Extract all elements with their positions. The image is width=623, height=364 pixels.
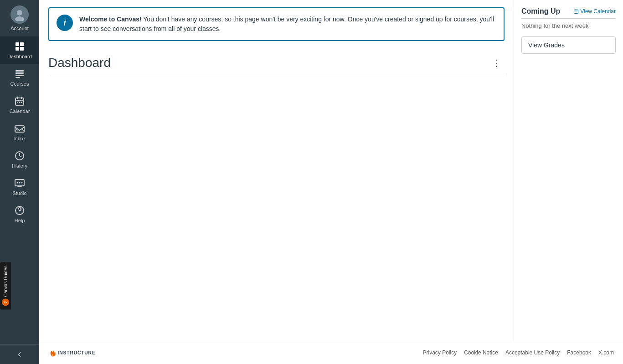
sidebar-item-studio[interactable]: Studio bbox=[0, 173, 39, 200]
view-calendar-label: View Calendar bbox=[580, 8, 616, 15]
svg-rect-5 bbox=[20, 47, 24, 51]
svg-rect-6 bbox=[15, 70, 24, 72]
svg-rect-16 bbox=[21, 102, 22, 103]
welcome-message: You don't have any courses, so this page… bbox=[79, 15, 494, 32]
svg-rect-4 bbox=[15, 47, 19, 51]
welcome-bold: Welcome to Canvas! bbox=[79, 15, 142, 23]
sidebar-item-help[interactable]: Help bbox=[0, 200, 39, 228]
inbox-icon bbox=[14, 123, 25, 134]
coming-up-header: Coming Up View Calendar bbox=[521, 7, 616, 15]
coming-up-title: Coming Up bbox=[521, 7, 560, 15]
acceptable-use-link[interactable]: Acceptable Use Policy bbox=[505, 349, 560, 356]
privacy-policy-link[interactable]: Privacy Policy bbox=[423, 349, 457, 356]
sidebar-item-inbox[interactable]: Inbox bbox=[0, 118, 39, 146]
page-title: Dashboard bbox=[48, 56, 111, 70]
content-area: i Welcome to Canvas! You don't have any … bbox=[39, 0, 623, 341]
view-grades-button[interactable]: View Grades bbox=[521, 36, 616, 54]
canvas-guides-label: Canvas Guides bbox=[3, 266, 8, 297]
sidebar-item-help-label: Help bbox=[15, 218, 25, 223]
canvas-guides-tab[interactable]: ? Canvas Guides bbox=[0, 262, 11, 309]
svg-rect-17 bbox=[15, 126, 24, 132]
svg-rect-8 bbox=[15, 75, 24, 76]
sidebar-collapse-button[interactable] bbox=[0, 344, 39, 364]
sidebar-item-dashboard-label: Dashboard bbox=[7, 54, 32, 59]
instructure-logo-svg: INSTRUCTURE bbox=[48, 347, 103, 359]
dashboard-icon bbox=[14, 41, 25, 52]
history-icon bbox=[14, 150, 25, 161]
main-content: i Welcome to Canvas! You don't have any … bbox=[39, 0, 623, 364]
courses-icon bbox=[14, 68, 25, 79]
sidebar-item-inbox-label: Inbox bbox=[14, 136, 26, 141]
info-icon: i bbox=[57, 15, 73, 31]
sidebar-item-history[interactable]: History bbox=[0, 146, 39, 173]
svg-rect-3 bbox=[20, 42, 24, 46]
svg-point-25 bbox=[19, 182, 21, 184]
canvas-guides-icon: ? bbox=[2, 298, 9, 306]
studio-icon bbox=[14, 178, 25, 189]
svg-text:INSTRUCTURE: INSTRUCTURE bbox=[58, 350, 96, 355]
dashboard-header: Dashboard ⋮ bbox=[48, 48, 505, 74]
welcome-text: Welcome to Canvas! You don't have any co… bbox=[79, 15, 496, 34]
svg-point-28 bbox=[20, 213, 20, 213]
footer: INSTRUCTURE Privacy Policy Cookie Notice… bbox=[39, 341, 623, 364]
sidebar-item-dashboard[interactable]: Dashboard bbox=[0, 36, 39, 64]
coming-up-divider bbox=[521, 18, 616, 19]
svg-rect-15 bbox=[19, 102, 21, 103]
dashboard-options-button[interactable]: ⋮ bbox=[488, 56, 505, 70]
right-sidebar: Coming Up View Calendar Nothing for the … bbox=[514, 0, 623, 341]
facebook-link[interactable]: Facebook bbox=[567, 349, 591, 356]
svg-point-0 bbox=[17, 10, 22, 15]
calendar-small-icon bbox=[573, 9, 579, 14]
footer-links: Privacy Policy Cookie Notice Acceptable … bbox=[423, 349, 614, 356]
sidebar: Account Dashboard bbox=[0, 0, 39, 364]
avatar bbox=[10, 5, 29, 24]
svg-rect-7 bbox=[15, 72, 24, 74]
sidebar-item-courses-label: Courses bbox=[10, 81, 29, 87]
svg-point-26 bbox=[21, 182, 23, 184]
sidebar-item-calendar-label: Calendar bbox=[10, 108, 30, 114]
sidebar-item-courses[interactable]: Courses bbox=[0, 64, 39, 91]
svg-point-1 bbox=[15, 16, 24, 21]
cookie-notice-link[interactable]: Cookie Notice bbox=[464, 349, 498, 356]
svg-point-24 bbox=[17, 182, 18, 184]
dashboard-main: i Welcome to Canvas! You don't have any … bbox=[39, 0, 514, 341]
sidebar-item-history-label: History bbox=[12, 163, 27, 169]
help-icon bbox=[14, 205, 25, 216]
x-com-link[interactable]: X.com bbox=[598, 349, 614, 356]
view-calendar-link[interactable]: View Calendar bbox=[573, 8, 616, 15]
sidebar-item-calendar[interactable]: Calendar bbox=[0, 91, 39, 118]
instructure-logo: INSTRUCTURE bbox=[48, 347, 103, 359]
svg-rect-29 bbox=[574, 10, 578, 14]
calendar-icon bbox=[14, 96, 25, 107]
svg-rect-2 bbox=[15, 42, 19, 46]
svg-rect-14 bbox=[17, 102, 18, 103]
welcome-banner: i Welcome to Canvas! You don't have any … bbox=[48, 7, 505, 41]
sidebar-item-account[interactable]: Account bbox=[0, 0, 39, 36]
nothing-next-week-text: Nothing for the next week bbox=[521, 22, 616, 29]
sidebar-item-studio-label: Studio bbox=[12, 190, 26, 196]
sidebar-item-account-label: Account bbox=[10, 26, 29, 31]
svg-rect-9 bbox=[15, 77, 20, 78]
